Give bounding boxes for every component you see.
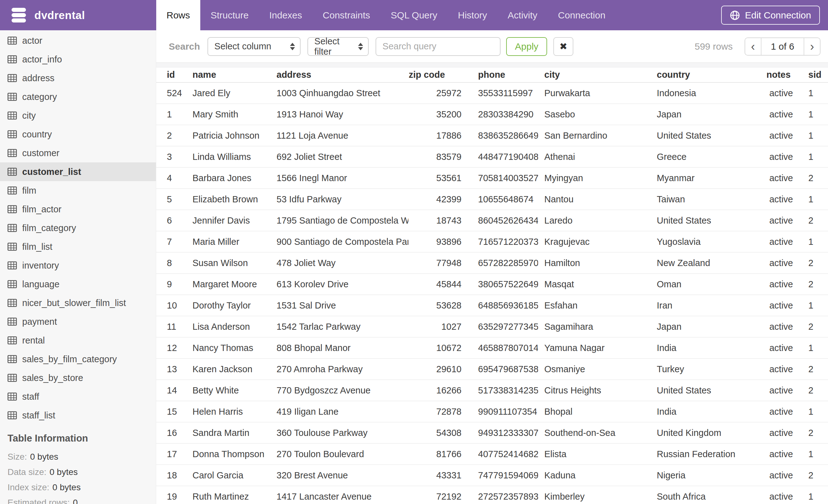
- table-row[interactable]: 10Dorothy Taylor1531 Sal Drive5362864885…: [156, 295, 828, 316]
- tab-constraints[interactable]: Constraints: [313, 0, 381, 30]
- sidebar-item-film_actor[interactable]: film_actor: [0, 200, 156, 219]
- table-row[interactable]: 19Ruth Martinez1417 Lancaster Avenue7219…: [156, 486, 828, 504]
- cell-city: Esfahan: [538, 295, 651, 316]
- table-row[interactable]: 14Betty White770 Bydgoszcz Avenue1626651…: [156, 380, 828, 401]
- search-query-input[interactable]: [376, 37, 501, 56]
- edit-connection-button[interactable]: Edit Connection: [721, 6, 820, 25]
- table-row[interactable]: 7Maria Miller900 Santiago de Compostela …: [156, 231, 828, 252]
- cell-phone: 10655648674: [471, 189, 538, 210]
- sidebar-item-film_list[interactable]: film_list: [0, 237, 156, 256]
- sidebar-item-country[interactable]: country: [0, 125, 156, 144]
- cell-notes: active: [766, 401, 794, 422]
- sidebar-item-staff[interactable]: staff: [0, 387, 156, 406]
- table-row[interactable]: 3Linda Williams692 Joliet Street83579448…: [156, 146, 828, 167]
- cell-phone: 716571220373: [471, 231, 538, 252]
- column-header-sid[interactable]: sid: [794, 67, 828, 83]
- table-row[interactable]: 15Helen Harris419 Iligan Lane72878990911…: [156, 401, 828, 422]
- filter-select-value: Select filter: [314, 36, 354, 57]
- table-row[interactable]: 1Mary Smith1913 Hanoi Way352002830338429…: [156, 104, 828, 125]
- sidebar-item-film_category[interactable]: film_category: [0, 219, 156, 237]
- cell-name: Elizabeth Brown: [182, 189, 266, 210]
- cell-notes: active: [766, 465, 794, 486]
- sidebar-item-actor[interactable]: actor: [0, 31, 156, 50]
- table-row[interactable]: 5Elizabeth Brown53 Idfu Parkway423991065…: [156, 189, 828, 210]
- table-row[interactable]: 8Susan Wilson478 Joliet Way7794865728228…: [156, 252, 828, 274]
- tab-rows[interactable]: Rows: [156, 0, 200, 30]
- prev-page-button[interactable]: ‹: [745, 38, 761, 55]
- cell-notes: active: [766, 359, 794, 380]
- sidebar-item-film[interactable]: film: [0, 181, 156, 200]
- cell-phone: 657282285970: [471, 252, 538, 274]
- cell-city: Osmaniye: [538, 359, 651, 380]
- table-row[interactable]: 12Nancy Thomas808 Bhopal Manor1067246588…: [156, 337, 828, 359]
- column-header-phone[interactable]: phone: [471, 67, 538, 83]
- sidebar-item-rental[interactable]: rental: [0, 331, 156, 350]
- tab-sql-query[interactable]: SQL Query: [381, 0, 448, 30]
- column-header-id[interactable]: id: [156, 67, 182, 83]
- column-header-city[interactable]: city: [538, 67, 651, 83]
- cell-name: Ruth Martinez: [182, 486, 266, 504]
- sidebar-item-label: nicer_but_slower_film_list: [22, 298, 126, 308]
- cell-sid: 2: [794, 167, 828, 189]
- tab-indexes[interactable]: Indexes: [259, 0, 313, 30]
- cell-id: 12: [156, 337, 182, 359]
- tab-structure[interactable]: Structure: [200, 0, 259, 30]
- table-row[interactable]: 9Margaret Moore613 Korolev Drive45844380…: [156, 274, 828, 295]
- rows-count: 599 rows: [695, 41, 733, 52]
- select-arrows-icon: [290, 43, 295, 50]
- sidebar-item-label: payment: [22, 317, 57, 327]
- apply-button[interactable]: Apply: [506, 37, 547, 56]
- table-row[interactable]: 13Karen Jackson270 Amroha Parkway2961069…: [156, 359, 828, 380]
- sidebar-item-sales_by_store[interactable]: sales_by_store: [0, 368, 156, 387]
- table-row[interactable]: 18Carol Garcia320 Brest Avenue4333174779…: [156, 465, 828, 486]
- column-header-zip_code[interactable]: zip code: [408, 67, 471, 83]
- table-grid-icon: [7, 205, 17, 213]
- tab-connection[interactable]: Connection: [548, 0, 616, 30]
- sidebar-item-inventory[interactable]: inventory: [0, 256, 156, 275]
- column-header-country[interactable]: country: [651, 67, 766, 83]
- sidebar-item-payment[interactable]: payment: [0, 312, 156, 331]
- table-grid-icon: [7, 130, 17, 138]
- sidebar-item-address[interactable]: address: [0, 69, 156, 87]
- cell-name: Jared Ely: [182, 83, 266, 104]
- table-row[interactable]: 524Jared Ely1003 Qinhuangdao Street25972…: [156, 83, 828, 104]
- cell-address: 1795 Santiago de Compostela Way: [266, 210, 408, 231]
- column-select[interactable]: Select column: [207, 37, 300, 56]
- cell-id: 14: [156, 380, 182, 401]
- cell-phone: 35533115997: [471, 83, 538, 104]
- table-row[interactable]: 2Patricia Johnson1121 Loja Avenue1788683…: [156, 125, 828, 146]
- sidebar-item-customer_list[interactable]: customer_list: [0, 163, 156, 181]
- table-row[interactable]: 6Jennifer Davis1795 Santiago de Composte…: [156, 210, 828, 231]
- tab-activity[interactable]: Activity: [497, 0, 548, 30]
- sidebar-item-category[interactable]: category: [0, 87, 156, 106]
- filter-select[interactable]: Select filter: [307, 37, 369, 56]
- cell-id: 17: [156, 444, 182, 465]
- cell-name: Dorothy Taylor: [182, 295, 266, 316]
- sidebar-item-label: actor: [22, 36, 42, 46]
- sidebar-item-customer[interactable]: customer: [0, 144, 156, 163]
- pagination: ‹ 1 of 6 ›: [745, 38, 821, 56]
- sidebar-item-label: customer_list: [22, 167, 81, 177]
- table-row[interactable]: 4Barbara Jones1566 Inegl Manor5356170581…: [156, 167, 828, 189]
- sidebar-item-sales_by_film_category[interactable]: sales_by_film_category: [0, 350, 156, 368]
- sidebar-item-label: language: [22, 279, 59, 289]
- table-row[interactable]: 16Sandra Martin360 Toulouse Parkway54308…: [156, 422, 828, 444]
- sidebar-item-actor_info[interactable]: actor_info: [0, 50, 156, 69]
- column-header-notes[interactable]: notes: [766, 67, 794, 83]
- cell-notes: active: [766, 252, 794, 274]
- cell-sid: 1: [794, 231, 828, 252]
- sidebar-item-nicer_but_slower_film_list[interactable]: nicer_but_slower_film_list: [0, 293, 156, 312]
- cell-zip_code: 72878: [408, 401, 471, 422]
- tab-history[interactable]: History: [448, 0, 497, 30]
- cell-address: 1566 Inegl Manor: [266, 167, 408, 189]
- sidebar-item-city[interactable]: city: [0, 106, 156, 125]
- column-header-address[interactable]: address: [266, 67, 408, 83]
- sidebar-item-language[interactable]: language: [0, 275, 156, 293]
- next-page-button[interactable]: ›: [804, 38, 820, 55]
- cell-country: New Zealand: [651, 252, 766, 274]
- table-row[interactable]: 17Donna Thompson270 Toulon Boulevard8176…: [156, 444, 828, 465]
- sidebar-item-staff_list[interactable]: staff_list: [0, 406, 156, 425]
- clear-search-button[interactable]: ✖: [553, 37, 573, 56]
- table-row[interactable]: 11Lisa Anderson1542 Tarlac Parkway102763…: [156, 316, 828, 337]
- column-header-name[interactable]: name: [182, 67, 266, 83]
